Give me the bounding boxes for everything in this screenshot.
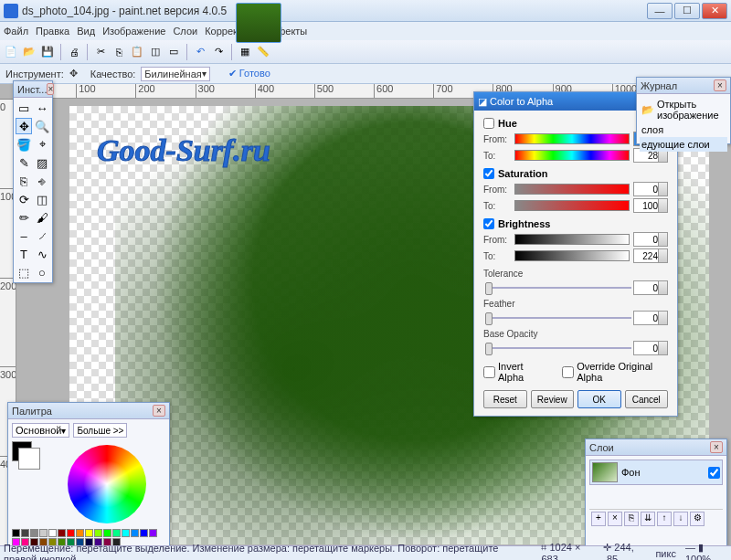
paste-icon[interactable]: 📋 <box>130 45 144 59</box>
tool-18[interactable]: ⬚ <box>16 264 32 280</box>
tool-17[interactable]: ∿ <box>34 246 50 262</box>
print-icon[interactable]: 🖨 <box>67 45 81 59</box>
add-layer-icon[interactable]: + <box>591 512 606 526</box>
menu-layers[interactable]: Слои <box>173 26 197 37</box>
saturation-checkbox[interactable] <box>483 168 494 179</box>
swatch[interactable] <box>122 529 130 537</box>
tolerance-slider[interactable]: 0 <box>483 280 668 295</box>
color-wheel[interactable] <box>68 445 146 523</box>
swatch[interactable] <box>140 529 148 537</box>
colors-close-icon[interactable]: × <box>153 405 165 417</box>
new-icon[interactable]: 📄 <box>4 45 18 59</box>
swatch[interactable] <box>131 529 139 537</box>
more-colors-button[interactable]: Больше >> <box>73 423 127 438</box>
brt-from-bar[interactable] <box>514 234 630 245</box>
swatch[interactable] <box>21 529 29 537</box>
tool-1[interactable]: ↔ <box>34 100 50 116</box>
swatch[interactable] <box>112 529 121 537</box>
finish-button[interactable]: ✔ Готово <box>228 68 270 79</box>
ruler-icon[interactable]: 📏 <box>256 45 270 59</box>
sat-from-bar[interactable] <box>514 184 630 195</box>
tools-close-icon[interactable]: × <box>47 83 54 95</box>
sat-to-bar[interactable] <box>514 200 630 211</box>
merge-layer-icon[interactable]: ⇊ <box>641 512 655 526</box>
status-units[interactable]: пикс <box>655 548 676 559</box>
layer-up-icon[interactable]: ↑ <box>657 512 672 526</box>
tool-15[interactable]: ⟋ <box>34 227 50 244</box>
history-close-icon[interactable]: × <box>714 79 726 91</box>
delete-layer-icon[interactable]: × <box>608 512 622 526</box>
swatch[interactable] <box>76 529 84 537</box>
menu-image[interactable]: Изображение <box>102 26 165 37</box>
layers-close-icon[interactable]: × <box>710 441 723 453</box>
menu-view[interactable]: Вид <box>77 26 95 37</box>
brightness-checkbox[interactable] <box>483 218 494 229</box>
history-item[interactable]: едующие слои <box>640 137 727 152</box>
hue-to-bar[interactable] <box>514 150 630 161</box>
hue-checkbox[interactable] <box>483 118 494 129</box>
move-tool-icon[interactable]: ✥ <box>69 68 78 79</box>
layer-visible-checkbox[interactable] <box>708 467 720 479</box>
open-icon[interactable]: 📂 <box>22 45 37 59</box>
primary-color-dropdown[interactable]: Основной ▾ <box>12 423 69 438</box>
copy-icon[interactable]: ⎘ <box>111 45 126 59</box>
redo-icon[interactable]: ↷ <box>211 45 226 59</box>
history-item[interactable]: 📂 Открыть изображение <box>640 97 727 122</box>
deselect-icon[interactable]: ▭ <box>166 45 181 59</box>
brt-to-bar[interactable] <box>514 250 630 261</box>
swatch[interactable] <box>12 529 20 537</box>
tool-6[interactable]: ✎ <box>16 154 32 171</box>
swatch[interactable] <box>85 529 93 537</box>
invert-alpha-checkbox[interactable]: Invert Alpha <box>483 361 544 383</box>
ok-button[interactable]: OK <box>577 390 621 408</box>
document-thumb[interactable] <box>236 3 281 43</box>
tool-13[interactable]: 🖌 <box>34 209 50 226</box>
tool-9[interactable]: ⎆ <box>34 173 50 189</box>
brt-to-spinner[interactable]: 224 <box>633 248 668 263</box>
tool-16[interactable]: T <box>16 246 32 262</box>
swatch[interactable] <box>67 529 75 537</box>
sat-from-spinner[interactable]: 0 <box>633 182 668 196</box>
base-opacity-spinner[interactable]: 0 <box>633 341 668 355</box>
duplicate-layer-icon[interactable]: ⎘ <box>624 512 639 526</box>
layer-row[interactable]: Фон <box>589 460 723 485</box>
tool-0[interactable]: ▭ <box>16 100 32 116</box>
tool-14[interactable]: – <box>16 227 32 244</box>
tolerance-spinner[interactable]: 0 <box>633 280 668 295</box>
undo-icon[interactable]: ↶ <box>193 45 207 59</box>
tool-3[interactable]: 🔍 <box>34 118 50 134</box>
tool-4[interactable]: 🪣 <box>16 136 32 153</box>
close-button[interactable]: ✕ <box>702 3 727 19</box>
save-icon[interactable]: 💾 <box>40 45 55 59</box>
swatch[interactable] <box>94 529 102 537</box>
primary-swatch[interactable] <box>12 441 32 461</box>
menu-file[interactable]: Файл <box>4 26 28 37</box>
swatch[interactable] <box>58 529 66 537</box>
tool-8[interactable]: ⎘ <box>16 173 32 189</box>
tool-11[interactable]: ◫ <box>34 191 50 207</box>
override-alpha-checkbox[interactable]: Override Original Alpha <box>562 361 668 383</box>
tool-2[interactable]: ✥ <box>16 118 32 134</box>
brt-from-spinner[interactable]: 0 <box>633 232 668 247</box>
sat-to-spinner[interactable]: 100 <box>633 198 668 213</box>
cut-icon[interactable]: ✂ <box>93 45 108 59</box>
review-button[interactable]: Review <box>531 390 575 408</box>
reset-button[interactable]: Reset <box>483 390 527 408</box>
tool-12[interactable]: ✏ <box>16 209 32 226</box>
hue-from-bar[interactable] <box>514 133 630 144</box>
history-item[interactable]: слоя <box>640 122 727 137</box>
menu-edit[interactable]: Правка <box>36 26 69 37</box>
feather-slider[interactable]: 0 <box>483 311 668 325</box>
swatch[interactable] <box>48 529 57 537</box>
layer-props-icon[interactable]: ⚙ <box>690 512 705 526</box>
maximize-button[interactable]: ☐ <box>674 3 700 19</box>
crop-icon[interactable]: ◫ <box>148 45 163 59</box>
layer-down-icon[interactable]: ↓ <box>673 512 688 526</box>
swatch[interactable] <box>30 529 38 537</box>
tool-5[interactable]: ⌖ <box>34 136 50 153</box>
base-opacity-slider[interactable]: 0 <box>483 341 668 355</box>
feather-spinner[interactable]: 0 <box>633 311 668 325</box>
cancel-button[interactable]: Cancel <box>625 390 669 408</box>
swatch[interactable] <box>103 529 111 537</box>
status-zoom[interactable]: — ▮ 100% <box>685 542 727 560</box>
